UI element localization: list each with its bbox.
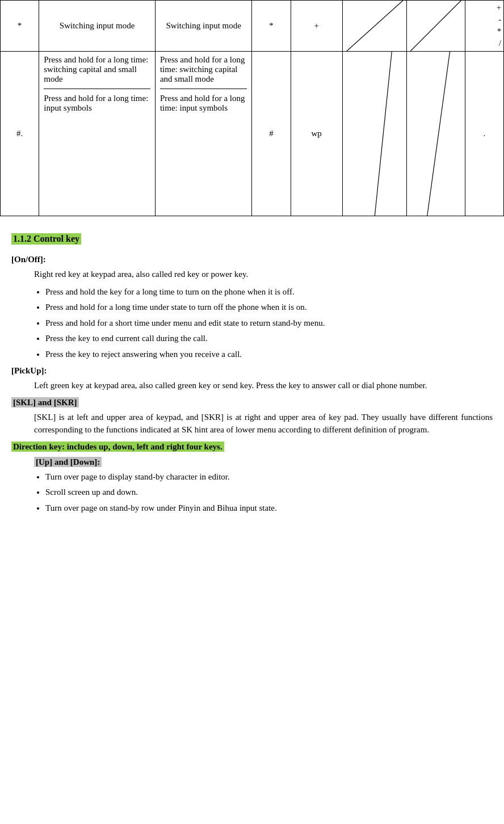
row1-col3-sub1: Press and hold for a long time: switchin… xyxy=(160,55,247,89)
row1-col2-sub1: Press and hold for a long time: switchin… xyxy=(44,55,150,89)
svg-line-3 xyxy=(427,52,450,216)
on-off-label: [On/Off]: xyxy=(11,255,493,264)
row1-col1: #. xyxy=(1,52,39,216)
on-off-paragraph: Right red key at keypad area, also calle… xyxy=(34,268,493,281)
direction-key-label-text: Direction key: includes up, down, left a… xyxy=(11,442,224,452)
bullet-2: Press and hold for a long time under sta… xyxy=(45,301,493,314)
skl-skr-label-text: [SKL] and [SKR] xyxy=(11,397,79,407)
header-col1: * xyxy=(1,1,39,52)
skl-skr-label: [SKL] and [SKR] xyxy=(11,398,493,407)
up-down-bullet-3: Turn over page on stand-by row under Pin… xyxy=(45,502,493,515)
bullet-3: Press and hold for a short time under me… xyxy=(45,317,493,330)
up-down-bullets: Turn over page to display stand-by chara… xyxy=(45,470,493,515)
row1-col3: Press and hold for a long time: switchin… xyxy=(155,52,252,216)
header-col5: + xyxy=(291,1,342,52)
svg-line-0 xyxy=(347,1,403,51)
row1-col2-sub2: Press and hold for a long time: input sy… xyxy=(44,94,150,113)
pickup-paragraph: Left green key at keypad area, also call… xyxy=(34,379,493,392)
direction-key-label: Direction key: includes up, down, left a… xyxy=(11,442,493,452)
bullet-1: Press and hold the key for a long time t… xyxy=(45,285,493,299)
up-down-label-text: [Up] and [Down]: xyxy=(34,457,102,467)
svg-line-1 xyxy=(411,1,461,51)
content-area: 1.1.2 Control key [On/Off]: Right red ke… xyxy=(0,228,504,530)
row1-col5: wp xyxy=(291,52,342,216)
bullet-5: Press the key to reject answering when y… xyxy=(45,348,493,361)
header-col7 xyxy=(407,1,465,52)
row1-col8: . xyxy=(465,52,503,216)
header-col8: +-*/ xyxy=(465,1,503,52)
header-col3: Switching input mode xyxy=(155,1,252,52)
header-col4: * xyxy=(252,1,291,52)
row1-col4: # xyxy=(252,52,291,216)
row1-col2: Press and hold for a long time: switchin… xyxy=(39,52,156,216)
main-table: * Switching input mode Switching input m… xyxy=(0,0,504,216)
row1-col3-sub2: Press and hold for a long time: input sy… xyxy=(160,94,247,113)
pickup-label: [PickUp]: xyxy=(11,366,493,376)
bullet-4: Press the key to end current call during… xyxy=(45,332,493,345)
on-off-bullets: Press and hold the key for a long time t… xyxy=(45,285,493,361)
up-down-bullet-1: Turn over page to display stand-by chara… xyxy=(45,470,493,484)
section-heading: 1.1.2 Control key xyxy=(11,233,81,245)
row1-col6 xyxy=(342,52,407,216)
row1-col7 xyxy=(407,52,465,216)
svg-line-2 xyxy=(375,52,392,216)
up-down-label: [Up] and [Down]: xyxy=(34,457,493,467)
header-col2: Switching input mode xyxy=(39,1,156,52)
skl-skr-paragraph: [SKL] is at left and upper area of keypa… xyxy=(34,411,493,436)
header-col6 xyxy=(342,1,407,52)
up-down-bullet-2: Scroll screen up and down. xyxy=(45,486,493,499)
